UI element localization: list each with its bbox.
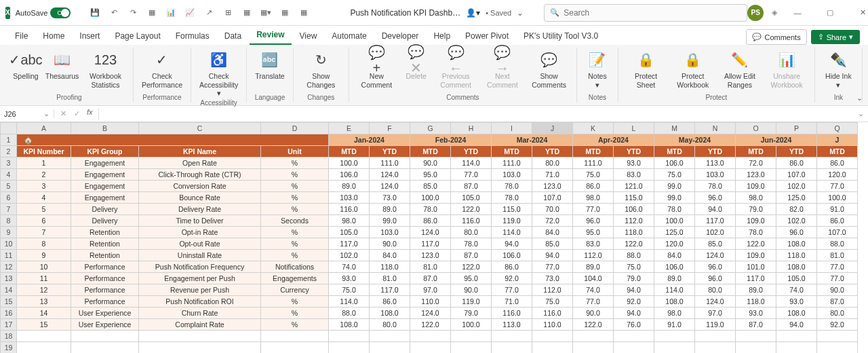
data-cell[interactable]: 13	[17, 296, 71, 308]
col-header-C[interactable]: C	[139, 123, 261, 134]
data-cell[interactable]: 124.0	[695, 296, 736, 308]
data-cell[interactable]: 93.0	[776, 296, 817, 308]
data-cell[interactable]: Retention	[71, 238, 139, 250]
qat-icon-6[interactable]: ▦	[239, 5, 255, 21]
redo-icon[interactable]: ↷	[125, 5, 141, 21]
data-cell[interactable]: 87.0	[451, 250, 492, 261]
data-cell[interactable]: 75.0	[329, 284, 370, 296]
row-header[interactable]: 15	[1, 296, 17, 308]
empty-cell[interactable]	[736, 331, 776, 342]
empty-cell[interactable]	[451, 331, 492, 342]
data-cell[interactable]: 110.0	[532, 319, 573, 331]
data-cell[interactable]: Push Notification ROI	[139, 296, 261, 308]
data-cell[interactable]: Bounce Rate	[139, 192, 261, 204]
data-cell[interactable]: 124.0	[410, 227, 451, 238]
data-cell[interactable]: 73.0	[370, 192, 410, 204]
data-cell[interactable]: 74.0	[776, 284, 817, 296]
empty-cell[interactable]	[573, 331, 614, 342]
data-cell[interactable]: 73.0	[532, 273, 573, 284]
data-cell[interactable]: 117.0	[410, 238, 451, 250]
row-header[interactable]: 16	[1, 308, 17, 319]
data-cell[interactable]: 112.0	[573, 250, 614, 261]
data-cell[interactable]: 120.0	[654, 238, 695, 250]
data-cell[interactable]: User Experience	[71, 319, 139, 331]
data-cell[interactable]: 77.0	[817, 273, 858, 284]
row-header[interactable]: 12	[1, 261, 17, 273]
ribbon-workbook-statistics[interactable]: 123Workbook Statistics	[83, 48, 127, 90]
data-cell[interactable]: 119.0	[695, 319, 736, 331]
data-cell[interactable]: 113.0	[695, 157, 736, 169]
data-cell[interactable]: 86.0	[410, 215, 451, 227]
data-cell[interactable]: 78.0	[654, 204, 695, 215]
data-cell[interactable]: 5	[17, 204, 71, 215]
data-cell[interactable]: 72.0	[736, 157, 776, 169]
col-header-L[interactable]: L	[614, 123, 654, 134]
data-cell[interactable]: 77.0	[573, 204, 614, 215]
data-cell[interactable]: 9	[17, 250, 71, 261]
data-cell[interactable]: 118.0	[776, 250, 817, 261]
empty-cell[interactable]	[261, 331, 329, 342]
data-cell[interactable]: 92.0	[614, 296, 654, 308]
data-cell[interactable]: 125.0	[776, 192, 817, 204]
empty-cell[interactable]	[451, 342, 492, 354]
autosave-toggle[interactable]: AutoSave On	[16, 7, 82, 18]
empty-cell[interactable]	[695, 331, 736, 342]
data-cell[interactable]: 123.0	[532, 181, 573, 192]
data-cell[interactable]: 110.0	[410, 296, 451, 308]
data-cell[interactable]: Opt-out Rate	[139, 238, 261, 250]
qat-icon-2[interactable]: 📊	[163, 5, 179, 21]
qat-icon-4[interactable]: ↗	[201, 5, 217, 21]
data-cell[interactable]: 86.0	[492, 261, 532, 273]
data-cell[interactable]: 122.0	[410, 319, 451, 331]
data-cell[interactable]: 84.0	[370, 250, 410, 261]
data-cell[interactable]: 76.0	[614, 319, 654, 331]
data-cell[interactable]: 80.0	[695, 284, 736, 296]
empty-cell[interactable]	[492, 331, 532, 342]
empty-cell[interactable]	[614, 331, 654, 342]
data-cell[interactable]: 123.0	[736, 169, 776, 181]
data-cell[interactable]: %	[261, 227, 329, 238]
share-button[interactable]: ⇪ Share ▾	[811, 30, 860, 44]
data-cell[interactable]: 85.0	[532, 238, 573, 250]
row-header[interactable]: 6	[1, 192, 17, 204]
data-cell[interactable]: 89.0	[573, 261, 614, 273]
data-cell[interactable]: 95.0	[410, 169, 451, 181]
data-cell[interactable]: 108.0	[776, 238, 817, 250]
data-cell[interactable]: 103.0	[370, 227, 410, 238]
data-cell[interactable]: 75.0	[573, 169, 614, 181]
data-cell[interactable]: 107.0	[776, 169, 817, 181]
chevron-down-icon[interactable]: ⌄	[43, 109, 50, 118]
data-cell[interactable]: 108.0	[654, 296, 695, 308]
data-cell[interactable]: 100.0	[329, 157, 370, 169]
col-header-K[interactable]: K	[573, 123, 614, 134]
empty-cell[interactable]	[329, 331, 370, 342]
data-cell[interactable]: Notifications	[261, 261, 329, 273]
ribbon-spelling[interactable]: ✓abcSpelling	[11, 48, 41, 82]
qat-icon-7[interactable]: ▦▾	[258, 5, 274, 21]
tab-home[interactable]: Home	[36, 27, 71, 45]
data-cell[interactable]: 70.0	[532, 204, 573, 215]
empty-cell[interactable]	[71, 331, 139, 342]
ribbon-show-comments[interactable]: 💬Show Comments	[527, 48, 571, 90]
data-cell[interactable]: Performance	[71, 273, 139, 284]
data-cell[interactable]: Engagement	[71, 157, 139, 169]
data-cell[interactable]: 77.0	[532, 261, 573, 273]
data-cell[interactable]: %	[261, 192, 329, 204]
data-cell[interactable]: Push Notification Frequency	[139, 261, 261, 273]
data-cell[interactable]: 101.0	[736, 261, 776, 273]
empty-cell[interactable]	[776, 342, 817, 354]
close-button[interactable]: ✕	[850, 3, 868, 22]
tab-power-pivot[interactable]: Power Pivot	[458, 27, 515, 45]
data-cell[interactable]: 78.0	[492, 192, 532, 204]
data-cell[interactable]: 102.0	[695, 227, 736, 238]
data-cell[interactable]: 83.0	[573, 238, 614, 250]
empty-cell[interactable]	[17, 342, 71, 354]
data-cell[interactable]: 77.0	[573, 296, 614, 308]
empty-cell[interactable]	[492, 342, 532, 354]
qat-icon-3[interactable]: 📈	[182, 5, 198, 21]
row-header[interactable]: 4	[1, 169, 17, 181]
data-cell[interactable]: 82.0	[776, 204, 817, 215]
data-cell[interactable]: 89.0	[654, 273, 695, 284]
data-cell[interactable]: 88.0	[817, 238, 858, 250]
data-cell[interactable]: Conversion Rate	[139, 181, 261, 192]
